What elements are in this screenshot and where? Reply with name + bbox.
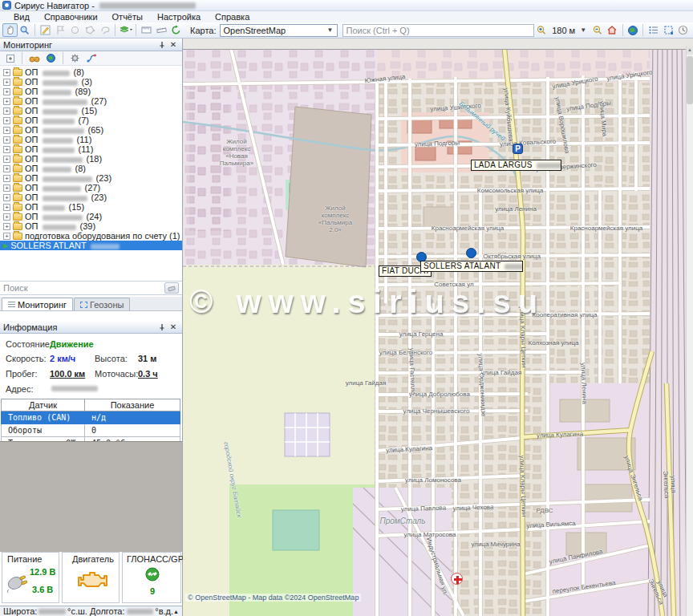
- refresh-button[interactable]: [168, 23, 184, 37]
- route-icon[interactable]: [84, 51, 99, 65]
- globe-button[interactable]: [626, 23, 641, 37]
- map-area[interactable]: Южная улицаулица Урицкогоулица Урицкогоу…: [183, 38, 693, 616]
- expander-icon[interactable]: +: [3, 79, 10, 86]
- layers-button[interactable]: [118, 23, 133, 37]
- zoom-scale-select[interactable]: 180 м▼: [549, 24, 590, 37]
- expander-icon[interactable]: +: [3, 117, 10, 124]
- globe-icon[interactable]: [43, 51, 59, 65]
- map-canvas[interactable]: [183, 38, 693, 616]
- tree-group-row[interactable]: +ОП (39): [0, 221, 182, 231]
- list-button[interactable]: [646, 23, 661, 37]
- tree-group-label: ОП (7): [25, 116, 89, 125]
- map-provider-select[interactable]: OpenStreetMap▼: [220, 24, 338, 37]
- expander-icon[interactable]: +: [3, 98, 10, 105]
- tree-group-row[interactable]: +ОП (15): [0, 106, 182, 116]
- expander-icon[interactable]: +: [3, 127, 10, 134]
- tab-geozones[interactable]: Геозоны: [74, 298, 130, 310]
- tab-monitoring[interactable]: Мониторинг: [2, 298, 73, 310]
- tree-group-label: ОП (8): [25, 164, 86, 173]
- vehicle-label[interactable]: SOLLERS ATALANT: [420, 261, 523, 272]
- tab-monitoring-label: Мониторинг: [18, 300, 67, 310]
- expander-icon[interactable]: +: [3, 233, 10, 240]
- history-clock-button[interactable]: [675, 23, 691, 37]
- tree-group-row[interactable]: +ОП (3): [0, 77, 182, 87]
- redacted-name: [91, 244, 120, 249]
- menu-item-2[interactable]: Отчёты: [105, 12, 150, 22]
- tree-group-label: ОП (24): [25, 212, 102, 221]
- folder-icon: [13, 98, 22, 105]
- expand-all-button[interactable]: [2, 51, 18, 65]
- tree-group-row[interactable]: +ОП (18): [0, 154, 182, 164]
- mileage-value[interactable]: 100.0 км: [50, 369, 85, 379]
- statusbar-expand-icon[interactable]: ▲: [173, 609, 179, 614]
- sensor-value-col-header[interactable]: Показание: [85, 399, 180, 411]
- tree-group-row[interactable]: +ОП (11): [0, 135, 182, 144]
- gear-icon[interactable]: [67, 51, 83, 65]
- pin-icon[interactable]: [156, 40, 168, 50]
- map-vertical-scrollbar[interactable]: ▲: [686, 47, 693, 616]
- expander-icon[interactable]: +: [3, 223, 10, 230]
- menu-item-3[interactable]: Настройка: [150, 12, 208, 22]
- pan-tool-button[interactable]: [2, 23, 18, 37]
- street-label: улица Гайдая: [481, 369, 521, 376]
- tree-group-row[interactable]: +ОП (27): [0, 183, 182, 192]
- zoom-out-button[interactable]: [590, 23, 605, 37]
- sensor-col-header[interactable]: Датчик: [2, 399, 85, 411]
- measure-button[interactable]: [139, 23, 154, 37]
- lon-label: Долгота:: [90, 606, 125, 616]
- edit-tool-button[interactable]: [38, 23, 53, 37]
- tree-group-row[interactable]: +ОП (24): [0, 212, 182, 221]
- tree-group-row[interactable]: +ОП (8): [0, 164, 182, 173]
- tree-selected-vehicle-row[interactable]: ▶SOLLERS ATLANT: [0, 241, 182, 250]
- expander-icon[interactable]: +: [3, 194, 10, 201]
- home-button[interactable]: [605, 23, 620, 37]
- scrollbar-thumb[interactable]: [687, 56, 693, 104]
- expander-icon[interactable]: +: [3, 213, 10, 221]
- pin-icon[interactable]: [156, 322, 168, 332]
- tree-group-row[interactable]: +ОП (27): [0, 96, 182, 106]
- clear-search-icon[interactable]: [164, 282, 179, 294]
- street-label: Колхозная улица: [529, 339, 579, 346]
- expander-icon[interactable]: +: [3, 184, 10, 192]
- expander-icon[interactable]: +: [3, 69, 10, 76]
- search-input[interactable]: Поиск (Ctrl + Q): [342, 24, 534, 37]
- parking-icon[interactable]: P: [513, 144, 523, 154]
- sensor-row[interactable]: Обороты0: [2, 424, 180, 437]
- zoom-in-button[interactable]: [534, 23, 549, 37]
- expander-icon[interactable]: +: [3, 156, 10, 163]
- expander-icon[interactable]: +: [3, 204, 10, 211]
- menu-item-4[interactable]: Справка: [208, 12, 257, 22]
- tree-group-row[interactable]: +ОП (23): [0, 192, 182, 202]
- close-icon[interactable]: ✕: [168, 322, 179, 332]
- tree-group-row[interactable]: +ОП (8): [0, 67, 182, 77]
- binoculars-icon[interactable]: [26, 51, 42, 65]
- hours-value[interactable]: 0.3 ч: [138, 369, 158, 379]
- tree-group-row[interactable]: +ОП (7): [0, 116, 182, 125]
- folder-icon: [13, 107, 22, 115]
- expander-icon[interactable]: +: [3, 175, 10, 182]
- expander-icon[interactable]: +: [3, 136, 10, 144]
- close-icon[interactable]: ✕: [168, 40, 179, 50]
- menu-item-1[interactable]: Справочники: [37, 12, 105, 22]
- expander-icon[interactable]: +: [3, 107, 10, 115]
- tree-group-row[interactable]: +ОП (11): [0, 144, 182, 154]
- tree-group-row[interactable]: +ОП (89): [0, 87, 182, 96]
- select-region-button[interactable]: [661, 23, 676, 37]
- lat-label: Широта:: [3, 606, 37, 616]
- vehicle-marker-dot[interactable]: [466, 248, 476, 258]
- menu-item-0[interactable]: Вид: [6, 12, 37, 22]
- tree-group-row[interactable]: +ОП (15): [0, 202, 182, 212]
- tree-prep-row[interactable]: +подготовка оборудования по счету (1): [0, 231, 182, 241]
- expander-icon[interactable]: +: [3, 146, 10, 153]
- tree-group-row[interactable]: +ОП (23): [0, 173, 182, 183]
- sensor-row[interactable]: Топливо (CAN)н/д: [2, 411, 180, 424]
- expander-icon[interactable]: +: [3, 88, 10, 95]
- scroll-up-icon[interactable]: ▲: [687, 47, 693, 55]
- street-label: улица Мичурина: [471, 541, 520, 548]
- vehicle-label[interactable]: LADA LARGUS: [471, 160, 561, 171]
- ruler-button[interactable]: [154, 23, 169, 37]
- tree-search-row[interactable]: Поиск: [0, 281, 182, 295]
- tree-group-row[interactable]: +ОП (65): [0, 125, 182, 135]
- expander-icon[interactable]: +: [3, 165, 10, 172]
- zoom-tool-button[interactable]: [18, 23, 33, 37]
